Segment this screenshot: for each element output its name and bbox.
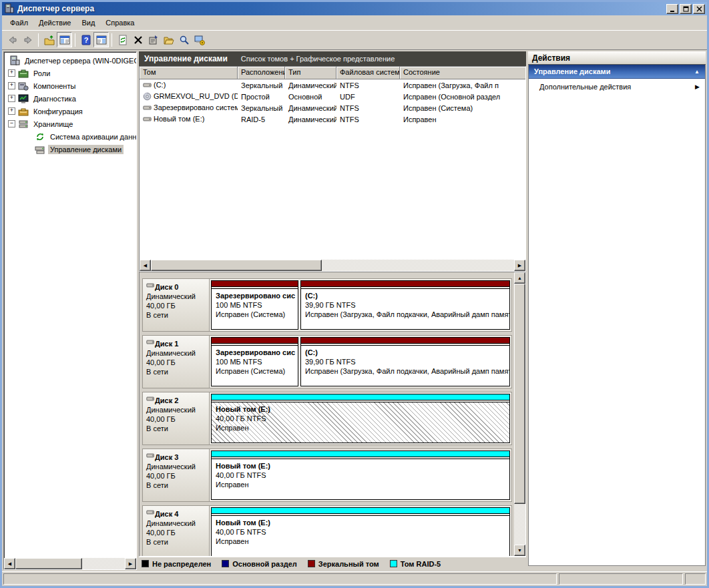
scroll-right-button[interactable]: ▶ — [514, 260, 525, 271]
help-button[interactable]: ? — [78, 32, 93, 47]
partition-status: Исправен (Система) — [216, 310, 294, 319]
console-tree-button[interactable] — [57, 32, 72, 47]
table-cell: NTFS — [336, 104, 400, 112]
menu-help[interactable]: Справка — [100, 17, 140, 29]
disk-tile[interactable]: Диск 1Динамический40,00 ГБВ сети — [143, 336, 210, 388]
partition[interactable]: Зарезервировано сис100 МБ NTFSИсправен (… — [211, 337, 298, 386]
minimize-button[interactable] — [666, 4, 678, 14]
console-tree: Диспетчер сервера (WIN-0DIGEO+Роли+Компо… — [4, 52, 136, 156]
open-folder-button[interactable] — [161, 32, 176, 47]
expand-toggle[interactable]: − — [8, 120, 15, 127]
disk-tile[interactable]: Диск 0Динамический40,00 ГБВ сети — [143, 279, 210, 331]
scrollbar-track[interactable] — [322, 260, 514, 271]
disk-partitions: Зарезервировано сис100 МБ NTFSИсправен (… — [210, 279, 511, 331]
disk-row: Диск 3Динамический40,00 ГБВ сетиНовый то… — [142, 449, 512, 502]
column-header[interactable]: Расположение — [238, 67, 285, 79]
close-button[interactable] — [693, 4, 705, 14]
graphical-view-vertical-scrollbar[interactable]: ▲ ▼ — [514, 272, 525, 556]
expand-toggle[interactable]: + — [8, 82, 15, 89]
expand-toggle[interactable]: + — [8, 69, 15, 77]
partition[interactable]: Новый том (E:)40,00 ГБ NTFSИсправен — [211, 394, 510, 443]
disk-tile[interactable]: Диск 3Динамический40,00 ГБВ сети — [143, 449, 210, 501]
table-row[interactable]: (C:)ЗеркальныйДинамическийNTFSИсправен (… — [140, 79, 525, 91]
submenu-arrow-icon: ▶ — [695, 83, 700, 90]
window-controls — [666, 4, 705, 14]
scroll-right-button[interactable]: ▶ — [125, 558, 136, 569]
partition[interactable]: (C:)39,90 ГБ NTFSИсправен (Загрузка, Фай… — [300, 280, 510, 330]
sidebar-item-disk-management[interactable]: Управление дисками — [4, 143, 136, 156]
sidebar-item-configuration[interactable]: +Конфигурация — [4, 105, 136, 117]
sidebar-item-backup[interactable]: Система архивации данны — [4, 130, 136, 143]
table-row[interactable]: GRMEXVOL_RU_DVD (D:)ПростойОсновнойUDFИс… — [140, 91, 525, 102]
find-button[interactable] — [176, 32, 192, 47]
partition[interactable]: Новый том (E:)40,00 ГБ NTFSИсправен — [211, 451, 510, 500]
sidebar-item-roles[interactable]: +Роли — [4, 67, 136, 79]
actions-section-disk-management[interactable]: Управление дисками ▲ — [529, 65, 705, 79]
maximize-button[interactable] — [680, 4, 692, 14]
disk-name: Диск 1 — [155, 340, 178, 348]
collapse-icon[interactable]: ▲ — [694, 69, 700, 75]
column-header[interactable]: Том — [140, 67, 238, 79]
expand-toggle[interactable]: + — [8, 95, 15, 102]
manage-computer-button[interactable] — [192, 32, 207, 47]
disk-name: Диск 0 — [155, 283, 178, 291]
legend-item: Зеркальный том — [308, 560, 379, 568]
disk-tile[interactable]: Диск 4Динамический40,00 ГБВ сети — [143, 506, 210, 556]
scrollbar-thumb[interactable] — [15, 558, 82, 569]
view-title: Управление дисками — [144, 54, 228, 63]
table-cell: Простой — [238, 93, 285, 101]
legend-swatch — [308, 560, 315, 567]
console-tree-panel: Диспетчер сервера (WIN-0DIGEO+Роли+Компо… — [3, 51, 137, 570]
back-button[interactable] — [5, 32, 20, 47]
sidebar-item-storage[interactable]: −Хранилище — [4, 117, 136, 130]
table-row[interactable]: Новый том (E:)RAID-5ДинамическийNTFSИспр… — [140, 113, 525, 125]
scrollbar-thumb[interactable] — [151, 260, 322, 271]
scrollbar-track[interactable] — [82, 558, 125, 569]
partition-color-band — [212, 281, 298, 287]
scroll-left-button[interactable]: ◀ — [4, 558, 15, 569]
table-cell: Исправен (Система) — [400, 104, 525, 112]
table-row[interactable]: Зарезервировано системойЗеркальныйДинами… — [140, 102, 525, 113]
properties-button[interactable] — [146, 32, 161, 47]
titlebar[interactable]: Диспетчер сервера — [2, 2, 707, 15]
disk-partitions: Новый том (E:)40,00 ГБ NTFSИсправен — [210, 449, 511, 501]
scrollbar-track[interactable] — [514, 504, 525, 545]
column-header[interactable]: Состояние — [400, 67, 525, 79]
legend-label: Зеркальный том — [318, 560, 379, 568]
scroll-left-button[interactable]: ◀ — [140, 260, 151, 271]
legend-swatch — [142, 560, 149, 567]
legend-item: Том RAID-5 — [390, 560, 441, 568]
menu-action[interactable]: Действие — [33, 17, 76, 29]
partition-color-band — [212, 338, 298, 344]
tree-horizontal-scrollbar[interactable]: ◀ ▶ — [4, 558, 136, 569]
volume-list-horizontal-scrollbar[interactable]: ◀ ▶ — [140, 260, 525, 271]
dvd-icon — [143, 92, 152, 101]
column-header[interactable]: Тип — [285, 67, 336, 79]
refresh-button[interactable] — [115, 32, 130, 47]
sidebar-item-diagnostics[interactable]: +Диагностика — [4, 92, 136, 105]
sidebar-item-root[interactable]: Диспетчер сервера (WIN-0DIGEO — [4, 54, 136, 67]
disk-status: В сети — [146, 481, 206, 490]
scroll-down-button[interactable]: ▼ — [514, 545, 525, 556]
menu-view[interactable]: Вид — [76, 17, 100, 29]
partition[interactable]: Новый том (E:)40,00 ГБ NTFSИсправен — [211, 507, 510, 556]
disk-partitions: Новый том (E:)40,00 ГБ NTFSИсправен — [210, 506, 511, 556]
action-more-actions[interactable]: Дополнительные действия▶ — [529, 79, 705, 95]
toolbar-separator — [75, 33, 75, 47]
forward-button[interactable] — [20, 32, 35, 47]
drive-icon — [143, 115, 152, 123]
action-pane-button[interactable] — [93, 32, 109, 47]
scrollbar-thumb[interactable] — [514, 284, 525, 504]
partition[interactable]: Зарезервировано сис100 МБ NTFSИсправен (… — [211, 280, 298, 330]
column-header[interactable]: Файловая система — [336, 67, 400, 79]
disk-tile[interactable]: Диск 2Динамический40,00 ГБВ сети — [143, 392, 210, 445]
delete-button[interactable] — [130, 32, 146, 47]
expand-toggle[interactable]: + — [8, 107, 15, 115]
open-folder-icon — [164, 35, 174, 45]
legend-label: Том RAID-5 — [401, 560, 441, 568]
sidebar-item-features[interactable]: +Компоненты — [4, 79, 136, 92]
scroll-up-button[interactable]: ▲ — [514, 272, 525, 284]
partition[interactable]: (C:)39,90 ГБ NTFSИсправен (Загрузка, Фай… — [300, 337, 510, 386]
up-level-button[interactable] — [41, 32, 57, 47]
menu-file[interactable]: Файл — [5, 17, 33, 29]
